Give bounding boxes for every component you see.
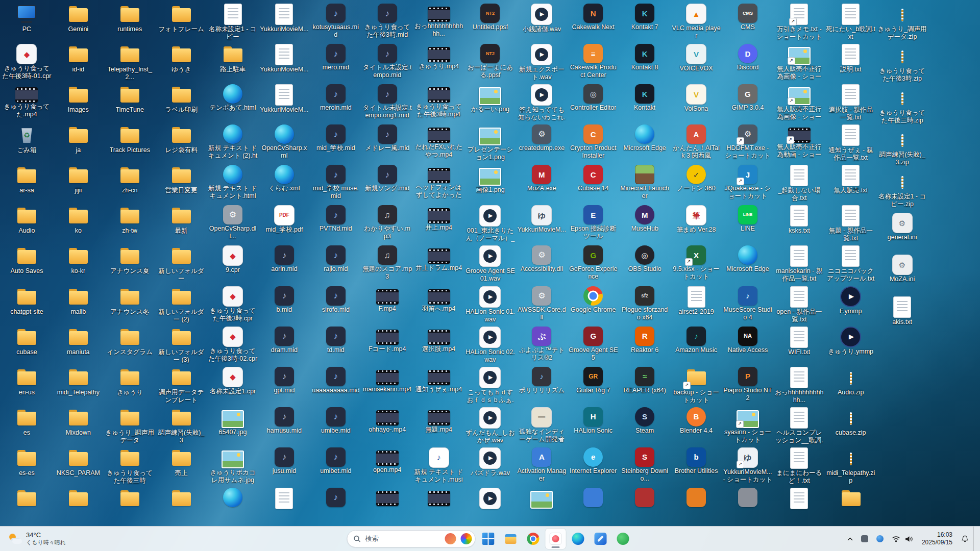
desktop-icon[interactable]: きゅうり食ってた.mp4: [1, 83, 53, 123]
desktop-icon[interactable]: 調声練習(失敗)_3.zip: [876, 128, 928, 169]
desktop-icon[interactable]: zh-tw: [104, 204, 156, 244]
desktop-icon[interactable]: AActivation Manager: [516, 446, 568, 486]
desktop-icon[interactable]: くらむ.xml: [258, 163, 310, 204]
desktop-icon[interactable]: CCubase 14: [568, 163, 619, 204]
desktop-icon[interactable]: HALion Sonic 01.wav: [464, 285, 516, 325]
desktop-icon[interactable]: es-es: [1, 446, 53, 486]
desktop-icon[interactable]: [156, 486, 207, 527]
desktop-icon[interactable]: ⚙MoZA.ini: [876, 253, 928, 295]
desktop-icon[interactable]: きゅうり.ymmp: [825, 325, 876, 365]
desktop-icon[interactable]: ♪mid_学校 muse.mid: [310, 163, 361, 204]
desktop-icon[interactable]: ♪umibe.mid: [310, 406, 361, 446]
desktop-icon[interactable]: sfzPlogue sforzando x64: [619, 285, 671, 325]
desktop-icon[interactable]: [464, 486, 516, 527]
desktop-icon[interactable]: ♪タイトル未設定.tempo.mid: [361, 42, 413, 83]
tray-clock[interactable]: 16:03 2025/09/15: [918, 529, 957, 549]
desktop-icon[interactable]: [671, 486, 722, 527]
desktop-icon[interactable]: ↗無人販売不正行為動画 - ショートカット: [773, 123, 825, 163]
desktop-icon[interactable]: NANative Access: [722, 325, 773, 365]
desktop-icon[interactable]: かるーい.png: [464, 83, 516, 123]
show-desktop-button[interactable]: [973, 527, 977, 551]
desktop-icon[interactable]: id-id: [53, 42, 104, 83]
desktop-icon[interactable]: BBlender 4.4: [671, 406, 722, 446]
start-button[interactable]: [478, 529, 499, 549]
desktop-icon[interactable]: KKontakt: [619, 83, 671, 123]
desktop-icon[interactable]: ゆうき: [156, 42, 207, 83]
desktop-icon[interactable]: HALion Sonic 02.wav: [464, 325, 516, 365]
desktop-icon[interactable]: きゅうりボカコレ用サムネ.jpg: [207, 446, 259, 486]
desktop-icon[interactable]: cubase: [1, 325, 53, 365]
desktop-icon[interactable]: CMSCMS: [722, 2, 773, 42]
desktop-icon[interactable]: ⚙createdump.exe: [516, 123, 568, 163]
desktop-icon[interactable]: まにまにわーるど！.txt: [773, 446, 825, 486]
hidden-icons-chevron-button[interactable]: [844, 530, 856, 548]
desktop-icon[interactable]: フォトフレーム: [156, 2, 207, 42]
desktop-icon[interactable]: ♪新規ソング.mid: [361, 163, 413, 204]
desktop-icon[interactable]: 名称未設定1 - コピー.zip: [876, 169, 928, 211]
desktop-icon[interactable]: PC: [1, 2, 53, 42]
desktop-icon[interactable]: ⚙AWSSDK.Core.dll: [516, 285, 568, 325]
desktop-icon[interactable]: F.ymmp: [825, 285, 876, 325]
desktop-icon[interactable]: 答え知ってても知らないわこれ.wav: [516, 83, 568, 123]
desktop-icon[interactable]: 無題 - 親作品一覧.txt: [825, 204, 876, 244]
desktop-icon[interactable]: ぷぷよぷよ™テトリス®2: [516, 325, 568, 365]
desktop-icon[interactable]: ◎OBS Studio: [619, 244, 671, 284]
desktop-icon[interactable]: ◆きゅうり食ってた午後3時.cpr: [207, 285, 259, 325]
desktop-icon[interactable]: ♪hamusu.mid: [258, 406, 310, 446]
desktop-icon[interactable]: GGeForce Experience: [568, 244, 619, 284]
desktop-icon[interactable]: [207, 486, 259, 527]
desktop-icon[interactable]: ↗万引きメモ.txt - ショートカット: [773, 2, 825, 42]
desktop-icon[interactable]: YukkuriMovieM...: [258, 83, 310, 123]
desktop-icon[interactable]: [825, 486, 876, 527]
desktop-icon[interactable]: 無題.mp4: [413, 406, 464, 446]
desktop-icon[interactable]: ↗無人販売不正行為画像 - ショートカット: [773, 83, 825, 123]
desktop-icon[interactable]: chatgpt-site: [1, 285, 53, 325]
desktop-icon[interactable]: ラベル印刷: [156, 83, 207, 123]
desktop-icon[interactable]: es: [1, 406, 53, 446]
desktop-icon[interactable]: ◆きゅうり食ってた午後3時-02.cpr: [207, 325, 259, 365]
desktop-icon[interactable]: ヘルスコンプレッション__歌詞.txt: [773, 406, 825, 446]
desktop-icon[interactable]: ♪rajio.mid: [310, 244, 361, 284]
desktop-icon[interactable]: LINELINE: [722, 204, 773, 244]
desktop-icon[interactable]: ♪きゅうり食ってた午後3時.mid: [361, 2, 413, 42]
desktop-icon[interactable]: 調声練習(失敗)_3: [156, 406, 207, 446]
desktop-icon[interactable]: [104, 486, 156, 527]
desktop-icon[interactable]: 調声用データテンプレート: [156, 365, 207, 406]
desktop-icon[interactable]: OpenCvSharp.xml: [258, 123, 310, 163]
desktop-icon[interactable]: きゅうり_調声用データ.zip: [876, 2, 928, 44]
desktop-icon[interactable]: ♪MuseScore Studio 4: [722, 285, 773, 325]
desktop-icon[interactable]: 新規 テキスト ドキュメント.html: [207, 163, 259, 204]
active-app-button[interactable]: [546, 529, 566, 549]
desktop-icon[interactable]: ♪mero.mid: [310, 42, 361, 83]
desktop-icon[interactable]: ♪b.mid: [258, 285, 310, 325]
tray-app-button-1[interactable]: [857, 530, 872, 548]
desktop-icon[interactable]: akis.txt: [876, 295, 928, 337]
desktop-icon[interactable]: ゆ↗YukkuriMovieM... - ショートカット: [722, 446, 773, 486]
desktop-icon[interactable]: X↗9.5.xlsx - ショートカット: [671, 244, 722, 284]
desktop-icon[interactable]: maniuta: [53, 325, 104, 365]
desktop-icon[interactable]: 新しいフォルダー (2): [156, 285, 207, 325]
desktop-icon[interactable]: きゅうり: [104, 365, 156, 406]
desktop-icon[interactable]: midi_Telepathy.zip: [825, 446, 876, 486]
desktop-icon[interactable]: ▲VLC media player: [671, 2, 722, 42]
desktop-icon[interactable]: Microsoft Edge: [722, 244, 773, 284]
desktop-icon[interactable]: 新しいフォルダー: [156, 244, 207, 284]
desktop-icon[interactable]: プレゼンテーション1.png: [464, 123, 516, 163]
desktop-icon[interactable]: 売上: [156, 446, 207, 486]
desktop-icon[interactable]: 新規 テキスト ドキュメント (2).html: [207, 123, 259, 163]
desktop-icon[interactable]: 路上駐車: [207, 42, 259, 83]
desktop-icon[interactable]: WIFI.txt: [773, 325, 825, 365]
desktop-icon[interactable]: ♪メドレー風.mid: [361, 123, 413, 163]
desktop-icon[interactable]: Track Pictures: [104, 123, 156, 163]
desktop-icon[interactable]: VVoiSona: [671, 83, 722, 123]
desktop-icon[interactable]: ≡Cakewalk Product Center: [568, 42, 619, 83]
desktop-icon[interactable]: きゅうり食ってた午後3時.mp4: [413, 83, 464, 123]
desktop-icon[interactable]: KKontakt 8: [619, 42, 671, 83]
desktop-icon[interactable]: ♪td.mid: [310, 325, 361, 365]
desktop-icon[interactable]: MMuseHub: [619, 204, 671, 244]
desktop-icon[interactable]: 新規エクスポート.wav: [516, 42, 568, 83]
desktop-icon[interactable]: ⚙Accessibility.dll: [516, 244, 568, 284]
desktop-icon[interactable]: ♪ポリリリリズム: [516, 365, 568, 406]
desktop-icon[interactable]: NCakewalk Next: [568, 2, 619, 42]
desktop-icon[interactable]: きゅうり食ってた午後三時.zip: [876, 86, 928, 128]
